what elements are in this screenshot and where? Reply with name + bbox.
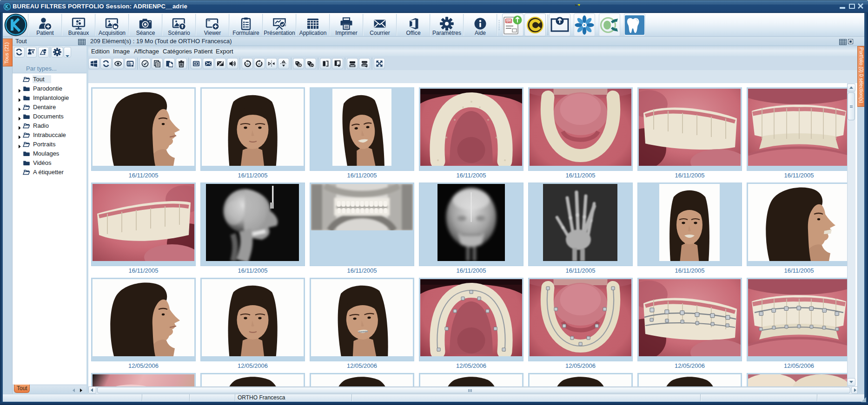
svg-text:PDF: PDF bbox=[506, 20, 512, 23]
svg-text:90: 90 bbox=[246, 63, 249, 65]
svg-text:90: 90 bbox=[258, 63, 261, 65]
